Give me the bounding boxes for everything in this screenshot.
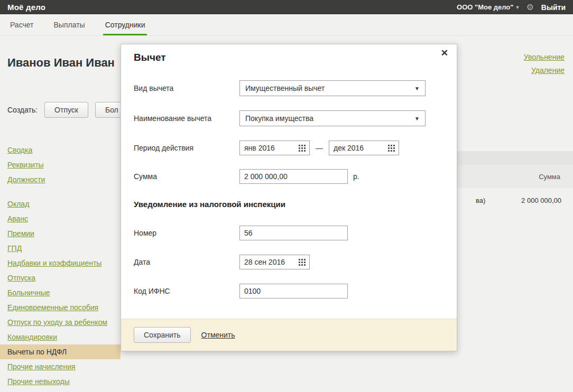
modal-footer: Сохранить Отменить [121,319,457,351]
sidebar-item-gpd[interactable]: ГПД [0,241,121,256]
deduction-type-value: Имущественный вычет [245,84,325,92]
period-to-input[interactable]: дек 2016 [329,141,399,155]
sidebar-item-dolzhnosti[interactable]: Должности [0,172,121,187]
sum-label: Сумма [134,172,239,181]
create-vacation-button[interactable]: Отпуск [44,102,88,118]
sidebar-item-prochie-nevyhody[interactable]: Прочие невыходы [0,374,121,389]
deduction-type-label: Вид вычета [134,84,239,92]
sidebar-item-nadbavki[interactable]: Надбавки и коэффициенты [0,256,121,270]
deduction-name-label: Наименование вычета [134,114,239,123]
sidebar-item-rekvizity[interactable]: Реквизиты [0,157,121,172]
page-title: Иванов Иван Иван [7,56,115,70]
company-selector[interactable]: ООО "Мое дело" ▾ [457,3,519,11]
employee-actions: Увольнение Удаление [524,53,565,74]
chevron-down-icon: ▼ [414,116,420,122]
topbar: Моё дело ООО "Мое дело" ▾ ⚙ Выйти [0,0,573,14]
company-name: ООО "Мое дело" [457,3,513,11]
sidebar-item-premii[interactable]: Премии [0,226,121,241]
sidebar-item-svodka[interactable]: Сводка [0,143,121,157]
deletion-link[interactable]: Удаление [531,66,565,74]
period-to-value: дек 2016 [334,144,364,152]
deduction-name-select[interactable]: Покупка имущества ▼ [239,110,426,126]
notice-date-value: 28 сен 2016 [244,258,285,266]
deduction-name-value: Покупка имущества [245,114,313,123]
calendar-icon[interactable] [299,259,306,266]
table-row-amount: 2 000 000,00 [521,197,573,204]
sidebar-item-uhod-za-rebenkom[interactable]: Отпуск по уходу за ребенком [0,315,121,330]
period-from-input[interactable]: янв 2016 [239,141,310,155]
sidebar-item-bolnichnye[interactable]: Больничные [0,285,121,300]
save-button[interactable]: Сохранить [134,327,191,343]
table-row-text: ва) [476,197,485,204]
notice-date-input[interactable]: 28 сен 2016 [239,255,310,269]
create-label: Создать: [7,106,38,114]
gear-icon[interactable]: ⚙ [526,3,534,12]
table-col-sum: Сумма [539,173,560,181]
deduction-type-select[interactable]: Имущественный вычет ▼ [239,80,426,96]
dismissal-link[interactable]: Увольнение [524,53,565,61]
logout-link[interactable]: Выйти [541,3,566,12]
tab-vyplaty[interactable]: Выплаты [53,14,86,35]
close-icon[interactable]: ✕ [441,49,448,58]
calendar-icon[interactable] [388,145,395,152]
deduction-modal: Вычет ✕ Вид вычета Имущественный вычет ▼… [121,44,457,351]
notice-number-label: Номер [134,229,239,237]
create-row: Создать: Отпуск Бол [7,102,128,118]
app-logo: Моё дело [7,3,45,12]
employee-sidebar: Сводка Реквизиты Должности Оклад Аванс П… [0,143,121,389]
main-tabs: Расчет Выплаты Сотрудники [0,14,573,36]
sidebar-item-posobiya[interactable]: Единовременные пособия [0,300,121,315]
period-label: Период действия [134,144,239,152]
modal-title: Вычет [134,52,166,63]
sidebar-item-vychety-ndfl[interactable]: Вычеты по НДФЛ [0,344,121,359]
tab-sotrudniki[interactable]: Сотрудники [104,14,146,35]
period-dash: — [316,144,323,152]
notice-section-title: Уведомление из налоговой инспекции [134,200,285,209]
period-from-value: янв 2016 [244,144,275,152]
tab-raschet[interactable]: Расчет [9,14,35,35]
ifns-code-input[interactable] [239,284,348,298]
sidebar-item-komandirovki[interactable]: Командировки [0,330,121,344]
cancel-link[interactable]: Отменить [201,331,235,339]
sidebar-item-oklad[interactable]: Оклад [0,197,121,211]
sidebar-item-prochie-nachisleniya[interactable]: Прочие начисления [0,359,121,374]
sidebar-item-avans[interactable]: Аванс [0,211,121,226]
ifns-code-label: Код ИФНС [134,287,239,295]
calendar-icon[interactable] [299,145,306,152]
notice-date-label: Дата [134,258,239,266]
notice-number-input[interactable] [239,226,348,240]
currency-label: р. [353,172,359,181]
sum-input[interactable] [239,169,348,184]
sidebar-item-otpuska[interactable]: Отпуска [0,270,121,285]
chevron-down-icon: ▾ [516,4,519,10]
chevron-down-icon: ▼ [414,86,420,91]
